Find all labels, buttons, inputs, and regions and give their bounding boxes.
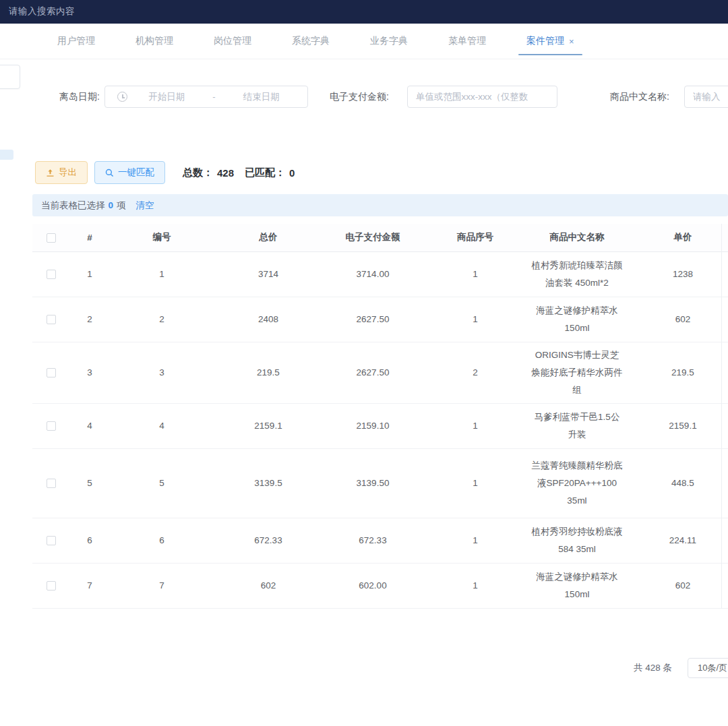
cell-epay-amount: 3714.00 (322, 251, 423, 297)
table-row: 6 6 672.33 672.33 1 植村秀羽纱持妆粉底液584 35ml 2… (32, 518, 728, 563)
tab-close-icon[interactable]: × (569, 36, 574, 47)
select-all-checkbox[interactable] (47, 233, 56, 243)
col-header-total: 总价 (214, 224, 322, 251)
cell-product-name: 植村秀新琥珀臻萃洁颜油套装 450ml*2 (527, 251, 627, 297)
tab-bar: 用户管理 机构管理 岗位管理 系统字典 业务字典 菜单管理 案件管理 × (0, 24, 728, 59)
cell-product-name: 卡诗菁纯亮泽经典香氛 (527, 608, 627, 609)
cell-total-price: 3139.5 (214, 448, 322, 518)
start-date-input[interactable]: 开始日期 (127, 91, 206, 103)
cell-index: 3 (70, 342, 109, 403)
table-row: 8 8 1293.47 1293.47 1 卡诗菁纯亮泽经典香氛 150.45 (32, 608, 728, 609)
cell-product-seq: 1 (423, 448, 527, 518)
cell-index: 6 (70, 518, 109, 563)
page-size-value: 10条/页 (698, 662, 727, 674)
cell-total-price: 602 (214, 563, 322, 608)
cell-product-seq: 1 (423, 297, 527, 342)
row-checkbox[interactable] (47, 368, 56, 377)
cell-product-seq: 2 (423, 342, 527, 403)
date-filter-label: 离岛日期: (59, 91, 100, 103)
cell-product-seq: 1 (423, 563, 527, 608)
cell-unit-price: 602 (627, 563, 728, 608)
cell-index: 2 (70, 297, 109, 342)
tab-用户管理[interactable]: 用户管理 (37, 24, 115, 59)
row-checkbox[interactable] (47, 479, 56, 488)
match-button-label: 一键匹配 (118, 167, 154, 179)
table-row: 2 2 2408 2627.50 1 海蓝之谜修护精萃水 150ml 602 (32, 297, 728, 342)
tab-机构管理[interactable]: 机构管理 (115, 24, 193, 59)
export-button-label: 导出 (59, 167, 77, 179)
table-row: 3 3 219.5 2627.50 2 ORIGINS韦博士灵芝焕能好底子精华水… (32, 342, 728, 403)
cell-total-price: 3714 (214, 251, 322, 297)
total-count-label: 总数： (183, 167, 213, 179)
table-row: 1 1 3714 3714.00 1 植村秀新琥珀臻萃洁颜油套装 450ml*2… (32, 251, 728, 297)
tab-系统字典[interactable]: 系统字典 (272, 24, 350, 59)
table-header-row: # 编号 总价 电子支付金额 商品序号 商品中文名称 单价 (32, 224, 728, 251)
cell-epay-amount: 2627.50 (322, 297, 423, 342)
tab-岗位管理[interactable]: 岗位管理 (193, 24, 272, 59)
selection-prefix: 当前表格已选择 (41, 200, 105, 212)
row-checkbox[interactable] (47, 536, 56, 545)
row-checkbox[interactable] (47, 270, 56, 279)
clock-icon (117, 92, 127, 102)
cell-unit-price: 224.11 (627, 518, 728, 563)
col-header-index: # (70, 224, 109, 251)
cell-epay-amount: 3139.50 (322, 448, 423, 518)
cell-product-name: 兰蔻菁纯臻颜精华粉底液SPF20PA+++100 35ml (527, 448, 627, 518)
cell-code: 2 (109, 297, 214, 342)
cell-code: 1 (109, 251, 214, 297)
cell-total-price: 2159.1 (214, 403, 322, 448)
table-toolbar: 导出 一键匹配 总数：428 已匹配：0 (35, 161, 295, 184)
tab-label: 业务字典 (370, 35, 408, 47)
counts-summary: 总数：428 已匹配：0 (183, 167, 295, 179)
app-window: 请输入搜索内容 用户管理 机构管理 岗位管理 系统字典 业务字典 菜单管理 案件… (0, 0, 728, 726)
tab-label: 岗位管理 (214, 35, 251, 47)
cell-code: 4 (109, 403, 214, 448)
cell-unit-price: 448.5 (627, 448, 728, 518)
cell-product-name: 马爹利蓝带干邑1.5公升装 (527, 403, 627, 448)
row-checkbox[interactable] (47, 421, 56, 431)
tab-label: 机构管理 (135, 35, 173, 47)
cell-index: 7 (70, 563, 109, 608)
row-checkbox[interactable] (47, 315, 56, 324)
cell-product-name: 海蓝之谜修护精萃水 150ml (527, 297, 627, 342)
fixed-column-divider (721, 224, 722, 609)
export-button[interactable]: 导出 (35, 161, 88, 184)
page-size-select[interactable]: 10条/页 (688, 658, 728, 678)
cell-epay-amount: 1293.47 (322, 608, 423, 609)
cell-epay-amount: 2627.50 (322, 342, 423, 403)
cell-product-name: 植村秀羽纱持妆粉底液584 35ml (527, 518, 627, 563)
tab-label: 用户管理 (57, 35, 95, 47)
row-checkbox[interactable] (47, 581, 56, 591)
cell-unit-price: 150.45 (627, 608, 728, 609)
date-range-picker[interactable]: 开始日期 - 结束日期 (104, 86, 308, 108)
cell-epay-amount: 602.00 (322, 563, 423, 608)
cell-index: 5 (70, 448, 109, 518)
total-count-value: 428 (217, 167, 234, 179)
col-header-epay: 电子支付金额 (322, 224, 423, 251)
cell-total-price: 219.5 (214, 342, 322, 403)
tab-菜单管理[interactable]: 菜单管理 (428, 24, 506, 59)
cell-code: 6 (109, 518, 214, 563)
global-search-input[interactable]: 请输入搜索内容 (9, 5, 75, 18)
selection-info-bar: 当前表格已选择 0 项 清空 (32, 194, 728, 216)
matched-count-value: 0 (289, 167, 295, 179)
cell-code: 5 (109, 448, 214, 518)
clear-selection-link[interactable]: 清空 (136, 200, 154, 212)
cell-total-price: 2408 (214, 297, 322, 342)
cell-epay-amount: 2159.10 (322, 403, 423, 448)
end-date-input[interactable]: 结束日期 (222, 91, 301, 103)
tab-业务字典[interactable]: 业务字典 (350, 24, 428, 59)
cell-product-seq: 1 (423, 403, 527, 448)
cell-index: 8 (70, 608, 109, 609)
col-header-code: 编号 (109, 224, 214, 251)
product-name-input[interactable] (684, 86, 728, 108)
tab-案件管理[interactable]: 案件管理 × (506, 24, 595, 59)
cell-epay-amount: 672.33 (322, 518, 423, 563)
one-click-match-button[interactable]: 一键匹配 (94, 161, 165, 184)
epay-amount-input[interactable] (407, 86, 557, 108)
left-edge-badge (0, 150, 13, 160)
filter-row: 离岛日期: 开始日期 - 结束日期 电子支付金额: 商品中文名称: (0, 86, 728, 109)
tab-label: 菜单管理 (448, 35, 486, 47)
col-header-seq: 商品序号 (423, 224, 527, 251)
col-header-name: 商品中文名称 (527, 224, 627, 251)
